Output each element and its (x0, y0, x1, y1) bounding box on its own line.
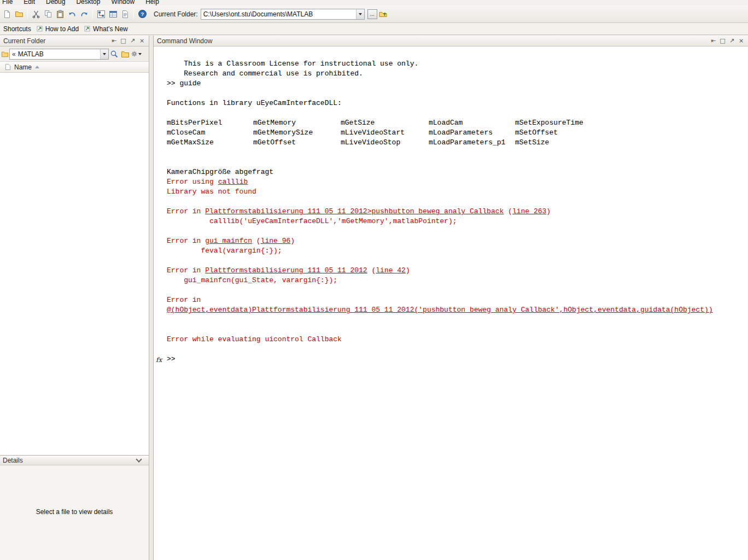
current-folder-combobox[interactable]: C:\Users\ont.stu\Documents\MATLAB (201, 9, 365, 20)
cw-text: ( (252, 237, 261, 245)
search-button[interactable] (109, 48, 120, 60)
close-icon[interactable]: × (737, 37, 746, 44)
up-folder-button[interactable] (377, 8, 389, 21)
details-panel-header[interactable]: Details (0, 455, 149, 465)
error-link[interactable]: @(hObject,eventdata)Plattformstabilisier… (167, 306, 713, 314)
cw-line: @(hObject,eventdata)Plattformstabilisier… (167, 305, 748, 315)
error-link[interactable]: Plattformstabilisierung_111_05_11_2012>p… (205, 207, 504, 215)
paste-button[interactable] (54, 8, 66, 21)
undock-icon[interactable]: ↗ (727, 37, 737, 44)
open-file-button[interactable] (13, 8, 25, 21)
window-controls: ⇤ □ ↗ × (109, 37, 147, 44)
current-folder-titlebar[interactable]: Current Folder ⇤ □ ↗ × (0, 36, 149, 46)
simulink-button[interactable] (95, 8, 107, 21)
cw-text: Functions in library uEyeCamInterfaceDLL… (167, 99, 342, 107)
cw-line: mGetMaxSizemGetOffsetmLiveVideoStopmLoad… (167, 138, 748, 148)
location-combobox[interactable]: « MATLAB (9, 49, 109, 60)
shortcut-whats-new[interactable]: What's New (84, 25, 128, 33)
shortcuts-bar: Shortcuts How to Add What's New (0, 23, 748, 35)
dropdown-arrow-icon[interactable] (356, 9, 364, 19)
function-name: mGetMaxSize (167, 138, 253, 148)
editor-button[interactable] (119, 8, 131, 21)
current-folder-label: Current Folder: (154, 10, 198, 18)
guide-button[interactable] (107, 8, 119, 21)
fx-icon: fx (156, 355, 162, 365)
cw-line: Error while evaluating uicontrol Callbac… (167, 335, 748, 345)
menu-help[interactable]: Help (140, 0, 165, 5)
error-link[interactable]: gui_mainfcn (205, 237, 252, 245)
cw-line (167, 158, 748, 167)
shortcuts-label: Shortcuts (3, 25, 31, 33)
current-folder-panel: Current Folder ⇤ □ ↗ × « MATLAB Name (0, 36, 149, 560)
error-link[interactable]: line 96 (261, 237, 291, 245)
breadcrumb-collapse-icon[interactable]: « (12, 50, 16, 58)
cw-line: gui_mainfcn(gui_State, varargin{:}); (167, 276, 748, 285)
location-text: MATLAB (18, 50, 98, 58)
error-link[interactable]: Plattformstabilisierung_111_05_11_2012 (205, 266, 367, 275)
error-link[interactable]: calllib (218, 178, 248, 186)
actions-menu-button[interactable] (131, 48, 142, 60)
cw-line: fx>> (167, 354, 748, 364)
sort-ascending-icon (35, 66, 39, 68)
dock-icon[interactable]: ⇤ (109, 37, 119, 44)
cw-line (167, 226, 748, 236)
copy-button[interactable] (42, 8, 54, 21)
cw-line: Library was not found (167, 187, 748, 197)
cw-text: ) (546, 207, 551, 215)
menu-window[interactable]: Window (106, 0, 140, 5)
function-name: mBitsPerPixel (167, 118, 253, 128)
restore-icon[interactable]: □ (718, 37, 727, 44)
undo-button[interactable] (66, 8, 78, 21)
cw-line: Error in Plattformstabilisierung_111_05_… (167, 266, 748, 276)
file-list[interactable] (0, 73, 149, 455)
menu-items: FileEditDebugDesktopWindowHelp (0, 0, 165, 5)
cw-line (167, 89, 748, 98)
error-link[interactable]: line 263 (512, 207, 546, 215)
menu-desktop[interactable]: Desktop (71, 0, 106, 5)
menu-file[interactable]: File (0, 0, 18, 5)
chevron-down-icon[interactable] (136, 456, 142, 462)
error-link[interactable]: line 42 (376, 266, 406, 275)
undock-icon[interactable]: ↗ (128, 37, 137, 44)
redo-button[interactable] (78, 8, 90, 21)
cw-text: KameraChipgröße abgefragt (167, 168, 273, 176)
cw-line (167, 325, 748, 335)
command-window-panel: Command Window ⇤ □ ↗ × This is a Classro… (153, 36, 748, 560)
shortcut-how-to-add[interactable]: How to Add (36, 25, 79, 33)
shortcut-label: What's New (93, 25, 128, 33)
cw-line: Error in gui_mainfcn (line 96) (167, 236, 748, 246)
current-folder-toolbar: « MATLAB (0, 46, 149, 62)
cw-text: ) (406, 266, 410, 275)
command-window-titlebar[interactable]: Command Window ⇤ □ ↗ × (154, 36, 748, 46)
cw-line: >> guide (167, 79, 748, 89)
function-name: mLoadParameters_p1 (429, 138, 515, 148)
menu-edit[interactable]: Edit (18, 0, 40, 5)
function-name: mSetSize (515, 138, 549, 148)
browse-button[interactable]: ... (367, 9, 377, 19)
restore-icon[interactable]: □ (119, 37, 128, 44)
dropdown-arrow-icon[interactable] (100, 49, 108, 59)
toolbar-separator (27, 9, 28, 19)
cw-text: calllib('uEyeCamInterfaceDLL','mGetMemor… (167, 217, 457, 225)
close-icon[interactable]: × (137, 37, 147, 44)
name-column-header[interactable]: Name (0, 62, 149, 73)
triangle-down (103, 53, 106, 55)
dock-icon[interactable]: ⇤ (709, 37, 718, 44)
window-controls: ⇤ □ ↗ × (709, 37, 746, 44)
menu-debug[interactable]: Debug (40, 0, 71, 5)
cw-text: This is a Classroom License for instruct… (167, 60, 418, 68)
command-window-content[interactable]: This is a Classroom License for instruct… (154, 47, 748, 560)
cw-text: Error using (167, 178, 218, 186)
new-folder-button[interactable] (120, 48, 131, 60)
cw-line (167, 345, 748, 354)
new-file-button[interactable] (1, 8, 13, 21)
cw-line (167, 108, 748, 118)
cw-line: Functions in library uEyeCamInterfaceDLL… (167, 98, 748, 108)
help-button[interactable]: ? (136, 8, 148, 21)
cw-text: ) (290, 237, 295, 245)
cut-button[interactable] (30, 8, 42, 21)
current-folder-path: C:\Users\ont.stu\Documents\MATLAB (201, 10, 356, 18)
toolbar-separator (92, 9, 93, 19)
cw-text: Error in (167, 266, 205, 275)
command-prompt[interactable]: >> (167, 355, 179, 363)
